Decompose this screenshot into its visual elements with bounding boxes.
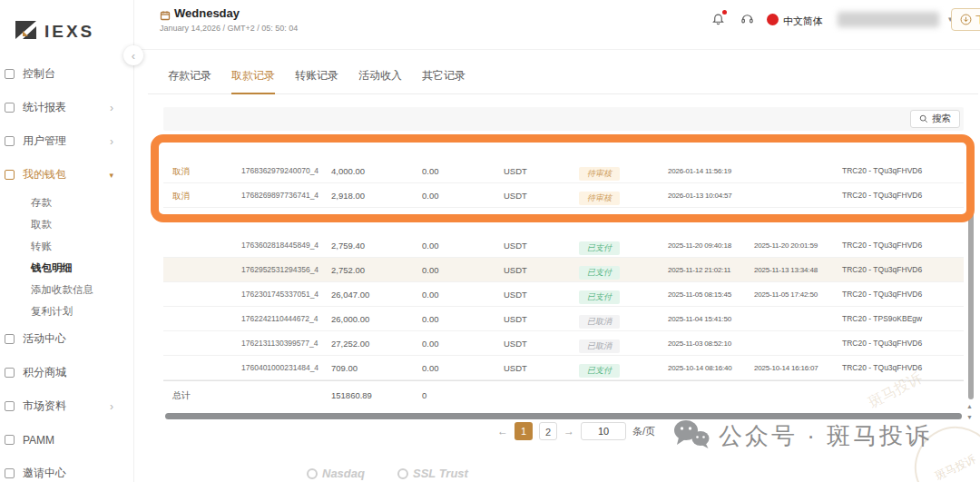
page-2-button[interactable]: 2	[539, 422, 557, 440]
amount-cell: 709.00	[331, 356, 358, 380]
sidebar-item-label: 添加收款信息	[31, 283, 93, 297]
sidebar-item-add-payment-info[interactable]: 添加收款信息	[0, 279, 133, 300]
top-header: Wednesday January 14,2026 / GMT+2 / 05: …	[134, 0, 980, 50]
sidebar-item-label: 我的钱包	[23, 167, 66, 182]
currency-cell: USDT	[504, 258, 527, 282]
sidebar-item-label: 积分商城	[23, 365, 66, 380]
total-row: 总计 151860.89 0	[163, 380, 964, 409]
address-cell: TRC20 - TPS9oKBEgw	[842, 307, 922, 331]
currency-cell: USDT	[504, 159, 527, 183]
cancel-link[interactable]: 取消	[172, 183, 190, 208]
fee-cell: 0.00	[422, 233, 439, 258]
table-row: 取消 1768362979240070_4 4,000.00 0.00 USDT…	[163, 159, 964, 183]
order-number: 1768269897736741_4	[241, 183, 318, 208]
user-account-blurred[interactable]	[838, 12, 939, 27]
status-badge: 已支付	[579, 266, 620, 280]
sidebar-item-console[interactable]: 控制台	[0, 57, 133, 91]
wechat-icon	[673, 419, 710, 452]
total-amount: 151860.89	[331, 381, 372, 410]
brand-logo: IEXS	[0, 0, 133, 50]
sidebar-item-my-wallet[interactable]: 我的钱包	[0, 158, 133, 192]
next-page-button[interactable]	[564, 425, 574, 438]
sidebar-collapse-button[interactable]	[123, 45, 143, 65]
amount-cell: 26,047.00	[331, 282, 369, 307]
fee-cell: 0.00	[422, 282, 439, 307]
fee-cell: 0.00	[422, 356, 439, 380]
amount-cell: 2,752.00	[331, 258, 365, 282]
sidebar-item-user-management[interactable]: 用户管理	[0, 124, 133, 158]
users-icon	[5, 136, 15, 146]
horizontal-scrollbar[interactable]	[165, 413, 962, 419]
currency-cell: USDT	[504, 183, 527, 208]
language-selector[interactable]: 中文简体	[783, 15, 823, 28]
sidebar-item-transfer[interactable]: 转账	[0, 235, 133, 257]
sidebar-item-label: 统计报表	[23, 100, 66, 115]
notification-bell-icon[interactable]	[711, 12, 725, 29]
fee-cell: 0.00	[422, 331, 439, 356]
nasdaq-logo-icon	[307, 468, 318, 479]
amount-cell: 2,759.40	[331, 233, 365, 258]
total-label: 总计	[172, 381, 191, 410]
currency-cell: USDT	[504, 282, 527, 307]
status-badge: 待审核	[579, 192, 620, 205]
ssl-trust-logo: SSL Trust	[397, 467, 468, 480]
status-badge: 已支付	[579, 290, 620, 304]
process-time-cell: 2025-11-20 20:01:59	[754, 233, 818, 258]
download-label: 下	[975, 13, 980, 26]
apply-time-cell: 2025-10-14 08:16:40	[668, 356, 732, 380]
sidebar-item-points-mall[interactable]: 积分商城	[0, 356, 133, 389]
search-button[interactable]: 搜索	[910, 110, 960, 128]
tab-activity-income[interactable]: 活动收入	[358, 56, 402, 94]
calendar-icon	[160, 8, 171, 25]
currency-cell: USDT	[504, 233, 527, 258]
withdraw-records-table: 取消 1768362979240070_4 4,000.00 0.00 USDT…	[163, 143, 964, 409]
apply-time-cell: 2025-11-04 15:41:50	[668, 307, 731, 331]
red-flag-icon	[767, 14, 779, 25]
sidebar-item-deposit[interactable]: 存款	[0, 192, 133, 213]
scroll-down-icon[interactable]	[966, 414, 973, 420]
prev-page-button[interactable]	[497, 425, 508, 438]
order-number: 1762242110444672_4	[241, 307, 318, 331]
amount-cell: 4,000.00	[331, 159, 365, 183]
iexs-logo-mark-icon	[15, 19, 38, 44]
nasdaq-logo: Nasdaq	[307, 467, 365, 480]
sidebar-item-compound-plan[interactable]: 复利计划	[0, 300, 133, 322]
amount-cell: 27,252.00	[331, 331, 369, 356]
tab-other-records[interactable]: 其它记录	[422, 56, 466, 94]
status-badge: 待审核	[579, 167, 620, 181]
sidebar-item-pamm[interactable]: PAMM	[0, 423, 133, 457]
sidebar-item-wallet-details[interactable]: 钱包明细	[0, 257, 133, 279]
stamp-text: 斑马投诉	[933, 451, 979, 482]
tab-deposit-records[interactable]: 存款记录	[168, 56, 211, 94]
wallet-icon	[5, 170, 15, 180]
order-number: 1768362979240070_4	[241, 159, 318, 183]
support-headset-icon[interactable]	[740, 12, 754, 29]
brand-name: IEXS	[44, 22, 94, 42]
apply-time-cell: 2025-11-03 08:52:10	[668, 331, 731, 356]
record-tabs: 存款记录 取款记录 转账记录 活动收入 其它记录	[148, 56, 978, 94]
tab-transfer-records[interactable]: 转账记录	[295, 56, 338, 94]
fee-cell: 0.00	[422, 159, 439, 183]
page-1-button[interactable]: 1	[514, 422, 533, 440]
sidebar-item-label: 复利计划	[31, 305, 73, 319]
datetime-label: January 14,2026 / GMT+2 / 05: 50: 04	[160, 24, 298, 33]
download-button[interactable]: 下	[951, 8, 980, 31]
address-cell: TRC20 - TQu3qFHVD6	[842, 282, 922, 307]
sidebar-item-withdraw[interactable]: 取款	[0, 213, 133, 235]
scroll-up-icon[interactable]	[966, 403, 973, 409]
order-number: 1763602818445849_4	[241, 233, 318, 258]
page-size-input[interactable]	[581, 422, 626, 440]
sidebar-item-market-data[interactable]: 市场资料	[0, 389, 133, 423]
vertical-scrollbar[interactable]	[968, 156, 974, 399]
apply-time-cell: 2025-11-20 09:40:18	[668, 233, 731, 258]
sidebar-item-reports[interactable]: 统计报表	[0, 91, 133, 124]
ssl-logo-text: SSL Trust	[413, 467, 468, 480]
cancel-link[interactable]: 取消	[172, 159, 190, 183]
sidebar-item-label: 用户管理	[23, 133, 66, 149]
status-badge: 已支付	[579, 241, 620, 255]
currency-cell: USDT	[504, 356, 527, 380]
sidebar-item-invite-center[interactable]: 邀请中心	[0, 457, 133, 482]
sidebar-item-label: PAMM	[23, 434, 54, 447]
tab-withdraw-records[interactable]: 取款记录	[231, 56, 275, 94]
sidebar-item-activity-center[interactable]: 活动中心	[0, 322, 133, 356]
